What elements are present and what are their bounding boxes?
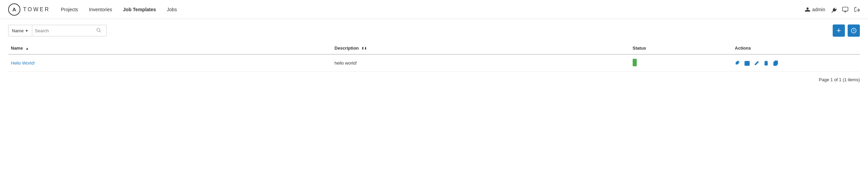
toolbar-right: + xyxy=(833,24,860,37)
job-template-name-link[interactable]: Hello World! xyxy=(11,60,35,66)
nav-links: Projects Inventories Job Templates Jobs xyxy=(61,7,805,12)
schedule-row-button[interactable] xyxy=(744,60,750,66)
col-header-name[interactable]: Name ▲ xyxy=(8,42,332,54)
pagination-text: Page 1 of 1 (1 items) xyxy=(819,77,860,82)
svg-rect-9 xyxy=(745,61,749,66)
pagination-bar: Page 1 of 1 (1 items) xyxy=(0,72,868,88)
username-label: admin xyxy=(812,7,825,12)
nav-user: admin xyxy=(805,7,825,12)
status-green-indicator xyxy=(633,59,637,66)
table-row: Hello World!hello world! xyxy=(8,54,860,72)
user-icon xyxy=(805,7,810,12)
search-input[interactable] xyxy=(35,28,96,33)
search-area: Name ▼ xyxy=(8,25,107,36)
logo-area: A TOWER xyxy=(8,3,50,16)
wrench-icon xyxy=(831,6,837,13)
clock-icon xyxy=(851,28,856,33)
copy-button[interactable] xyxy=(773,60,778,66)
copy-icon xyxy=(773,60,778,66)
edit-button[interactable] xyxy=(754,60,759,66)
delete-button[interactable] xyxy=(763,60,769,66)
add-icon: + xyxy=(837,26,841,35)
nav-inventories[interactable]: Inventories xyxy=(89,7,112,12)
table-container: Name ▲ Description ⬆⬇ Status Actions Hel… xyxy=(0,42,868,72)
job-template-actions xyxy=(732,54,860,72)
launch-button[interactable] xyxy=(735,60,740,66)
navbar: A TOWER Projects Inventories Job Templat… xyxy=(0,0,868,19)
pencil-icon xyxy=(754,60,759,66)
rocket-icon xyxy=(735,60,740,66)
svg-rect-13 xyxy=(765,62,767,65)
job-template-description: hello world! xyxy=(332,54,630,72)
settings-button[interactable] xyxy=(831,6,837,13)
logout-icon xyxy=(854,6,860,13)
col-header-actions: Actions xyxy=(732,42,860,54)
search-input-wrap xyxy=(32,25,107,36)
schedule-button[interactable] xyxy=(848,24,860,37)
sort-both-icon: ⬆⬇ xyxy=(361,47,367,50)
col-header-status: Status xyxy=(630,42,732,54)
chevron-down-icon: ▼ xyxy=(25,29,29,33)
nav-job-templates[interactable]: Job Templates xyxy=(123,7,156,12)
monitor-button[interactable] xyxy=(842,6,848,13)
nav-jobs[interactable]: Jobs xyxy=(167,7,177,12)
logout-button[interactable] xyxy=(854,6,860,13)
nav-projects[interactable]: Projects xyxy=(61,7,78,12)
filter-dropdown[interactable]: Name ▼ xyxy=(8,25,32,36)
calendar-icon xyxy=(744,60,750,66)
svg-rect-0 xyxy=(843,7,848,11)
nav-right: admin xyxy=(805,6,860,13)
search-icon xyxy=(96,28,102,33)
add-button[interactable]: + xyxy=(833,24,845,37)
toolbar: Name ▼ + xyxy=(0,19,868,42)
svg-point-4 xyxy=(97,28,100,31)
svg-rect-17 xyxy=(774,62,777,66)
logo-icon: A xyxy=(8,3,20,16)
svg-line-5 xyxy=(100,31,101,32)
filter-label: Name xyxy=(12,28,24,33)
job-templates-table: Name ▲ Description ⬆⬇ Status Actions Hel… xyxy=(8,42,860,72)
svg-line-8 xyxy=(854,31,855,31)
table-header-row: Name ▲ Description ⬆⬇ Status Actions xyxy=(8,42,860,54)
trash-icon xyxy=(763,60,769,66)
logo-text: TOWER xyxy=(23,6,50,13)
sort-asc-icon: ▲ xyxy=(25,47,29,50)
col-header-description[interactable]: Description ⬆⬇ xyxy=(332,42,630,54)
job-template-status xyxy=(630,54,732,72)
monitor-icon xyxy=(842,6,848,13)
search-button[interactable] xyxy=(96,28,102,34)
